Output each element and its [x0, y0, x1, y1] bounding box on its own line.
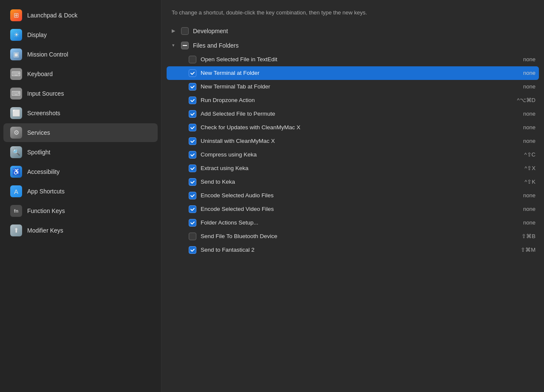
- screenshots-icon: ⬜: [10, 107, 22, 119]
- shortcut-key-send-bluetooth: ⇧⌘B: [521, 233, 536, 239]
- sidebar-item-services[interactable]: ⚙Services: [3, 123, 158, 142]
- svg-rect-0: [183, 45, 187, 46]
- shortcut-row-add-permute[interactable]: Add Selected File to Permutenone: [167, 107, 539, 121]
- shortcut-key-open-textedit: none: [523, 56, 536, 62]
- sidebar-item-launchpad[interactable]: ⊞Launchpad & Dock: [3, 6, 158, 25]
- sidebar: ⊞Launchpad & Dock☀Display▣Mission Contro…: [0, 0, 162, 392]
- keyboard-icon: ⌨: [10, 68, 22, 80]
- sidebar-label-display: Display: [27, 31, 47, 38]
- mission-icon: ▣: [10, 48, 22, 60]
- shortcut-row-check-cleanmymac[interactable]: Check for Updates with CleanMyMac Xnone: [167, 121, 539, 134]
- shortcut-key-run-dropzone: ^⌥⌘D: [517, 97, 536, 103]
- spotlight-icon: 🔍: [10, 146, 22, 158]
- sidebar-item-mission[interactable]: ▣Mission Control: [3, 45, 158, 64]
- group-checkbox-development[interactable]: [181, 27, 189, 35]
- shortcut-row-send-bluetooth[interactable]: Send File To Bluetooth Device⇧⌘B: [167, 230, 539, 243]
- shortcut-key-compress-keka: ^⇧C: [524, 151, 536, 158]
- shortcut-list: ▶Development▾Files and FoldersOpen Selec…: [162, 24, 544, 257]
- group-label-development: Development: [193, 28, 536, 34]
- display-icon: ☀: [10, 29, 22, 41]
- shortcut-row-encode-video[interactable]: Encode Selected Video Filesnone: [167, 202, 539, 216]
- shortcut-checkbox-send-bluetooth[interactable]: [189, 233, 196, 240]
- shortcut-label-check-cleanmymac: Check for Updates with CleanMyMac X: [201, 124, 519, 131]
- shortcut-row-open-textedit[interactable]: Open Selected File in TextEditnone: [167, 53, 539, 66]
- shortcut-label-send-keka: Send to Keka: [201, 179, 520, 185]
- shortcut-checkbox-open-textedit[interactable]: [189, 56, 196, 63]
- shortcut-checkbox-compress-keka[interactable]: [189, 151, 196, 159]
- sidebar-item-input[interactable]: ⌨Input Sources: [3, 84, 158, 103]
- sidebar-item-spotlight[interactable]: 🔍Spotlight: [3, 143, 158, 162]
- shortcut-checkbox-new-terminal-tab[interactable]: [189, 83, 196, 91]
- shortcut-key-new-terminal-tab: none: [523, 83, 536, 90]
- shortcut-label-uninstall-cleanmymac: Uninstall with CleanMyMac X: [201, 138, 519, 144]
- shortcut-label-add-permute: Add Selected File to Permute: [201, 111, 519, 117]
- chevron-icon-files-and-folders: ▾: [170, 42, 177, 49]
- group-row-development[interactable]: ▶Development: [167, 24, 539, 38]
- shortcut-checkbox-encode-audio[interactable]: [189, 192, 196, 199]
- launchpad-icon: ⊞: [10, 9, 22, 21]
- sidebar-item-functionkeys[interactable]: fnFunction Keys: [3, 202, 158, 220]
- shortcut-label-send-fantastical: Send to Fantastical 2: [201, 247, 516, 253]
- sidebar-label-spotlight: Spotlight: [27, 149, 50, 156]
- sidebar-item-display[interactable]: ☀Display: [3, 26, 158, 44]
- shortcut-checkbox-run-dropzone[interactable]: [189, 97, 196, 104]
- sidebar-item-keyboard[interactable]: ⌨Keyboard: [3, 65, 158, 83]
- shortcut-checkbox-send-keka[interactable]: [189, 178, 196, 186]
- shortcut-row-folder-actions[interactable]: Folder Actions Setup...none: [167, 216, 539, 230]
- shortcut-row-compress-keka[interactable]: Compress using Keka^⇧C: [167, 148, 539, 162]
- sidebar-label-functionkeys: Function Keys: [27, 207, 65, 214]
- group-label-files-and-folders: Files and Folders: [193, 42, 536, 49]
- main-content: To change a shortcut, double-click the k…: [162, 0, 544, 392]
- sidebar-label-screenshots: Screenshots: [27, 110, 60, 116]
- group-row-files-and-folders[interactable]: ▾Files and Folders: [167, 38, 539, 53]
- shortcut-row-extract-keka[interactable]: Extract using Keka^⇧X: [167, 162, 539, 175]
- shortcut-key-add-permute: none: [523, 111, 536, 117]
- shortcut-checkbox-folder-actions[interactable]: [189, 219, 196, 227]
- shortcut-key-encode-video: none: [523, 206, 536, 212]
- shortcut-label-folder-actions: Folder Actions Setup...: [201, 219, 519, 226]
- shortcut-checkbox-new-terminal-folder[interactable]: [189, 69, 196, 77]
- shortcut-label-new-terminal-folder: New Terminal at Folder: [201, 70, 519, 76]
- shortcut-key-extract-keka: ^⇧X: [524, 165, 536, 171]
- shortcut-label-extract-keka: Extract using Keka: [201, 165, 520, 171]
- shortcut-label-compress-keka: Compress using Keka: [201, 151, 520, 158]
- instruction-text: To change a shortcut, double-click the k…: [162, 0, 544, 24]
- shortcut-row-new-terminal-tab[interactable]: New Terminal Tab at Foldernone: [167, 80, 539, 94]
- shortcut-row-send-keka[interactable]: Send to Keka^⇧K: [167, 175, 539, 189]
- sidebar-label-services: Services: [27, 129, 50, 136]
- sidebar-item-appshortcuts[interactable]: AApp Shortcuts: [3, 182, 158, 201]
- shortcut-row-encode-audio[interactable]: Encode Selected Audio Filesnone: [167, 189, 539, 202]
- shortcut-label-new-terminal-tab: New Terminal Tab at Folder: [201, 83, 519, 90]
- shortcut-checkbox-add-permute[interactable]: [189, 110, 196, 118]
- sidebar-item-modifierkeys[interactable]: ⬆Modifier Keys: [3, 221, 158, 240]
- sidebar-label-accessibility: Accessibility: [27, 168, 60, 175]
- appshortcuts-icon: A: [10, 185, 22, 197]
- shortcut-checkbox-uninstall-cleanmymac[interactable]: [189, 137, 196, 145]
- functionkeys-icon: fn: [10, 205, 22, 217]
- shortcut-row-send-fantastical[interactable]: Send to Fantastical 2⇧⌘M: [167, 243, 539, 257]
- sidebar-item-accessibility[interactable]: ♿Accessibility: [3, 162, 158, 181]
- sidebar-item-screenshots[interactable]: ⬜Screenshots: [3, 104, 158, 122]
- shortcut-label-encode-video: Encode Selected Video Files: [201, 206, 519, 212]
- shortcut-label-open-textedit: Open Selected File in TextEdit: [201, 56, 519, 62]
- chevron-icon-development: ▶: [170, 28, 177, 34]
- sidebar-label-keyboard: Keyboard: [27, 71, 53, 77]
- group-checkbox-files-and-folders[interactable]: [181, 42, 189, 49]
- accessibility-icon: ♿: [10, 166, 22, 178]
- shortcut-key-folder-actions: none: [523, 219, 536, 226]
- shortcut-key-uninstall-cleanmymac: none: [523, 138, 536, 144]
- shortcut-row-new-terminal-folder[interactable]: New Terminal at Foldernone: [167, 66, 539, 80]
- sidebar-label-modifierkeys: Modifier Keys: [27, 227, 63, 234]
- shortcut-row-run-dropzone[interactable]: Run Dropzone Action^⌥⌘D: [167, 94, 539, 107]
- shortcut-row-uninstall-cleanmymac[interactable]: Uninstall with CleanMyMac Xnone: [167, 134, 539, 148]
- shortcut-checkbox-extract-keka[interactable]: [189, 165, 196, 172]
- sidebar-label-input: Input Sources: [27, 90, 64, 97]
- shortcut-label-encode-audio: Encode Selected Audio Files: [201, 192, 519, 199]
- shortcut-key-check-cleanmymac: none: [523, 124, 536, 131]
- sidebar-label-launchpad: Launchpad & Dock: [27, 12, 77, 19]
- shortcut-key-encode-audio: none: [523, 192, 536, 199]
- shortcut-checkbox-encode-video[interactable]: [189, 205, 196, 213]
- services-icon: ⚙: [10, 127, 22, 139]
- shortcut-checkbox-send-fantastical[interactable]: [189, 246, 196, 254]
- shortcut-checkbox-check-cleanmymac[interactable]: [189, 124, 196, 131]
